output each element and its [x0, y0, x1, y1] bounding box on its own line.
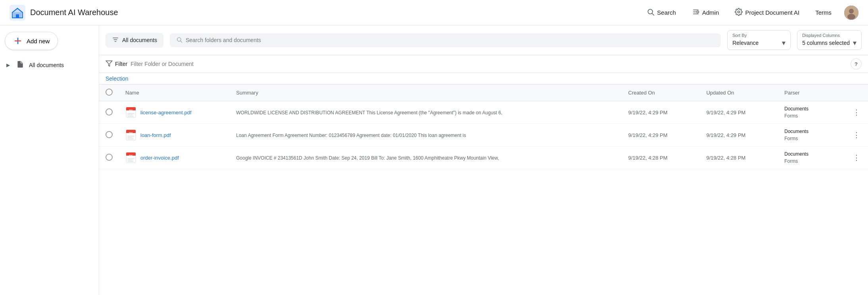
row-created-cell: 9/19/22, 4:28 PM — [622, 147, 700, 169]
row-name-cell: PDF order-invoice.pdf — [119, 147, 230, 169]
row-actions-cell: ⋮ — [845, 124, 868, 147]
col-header-checkbox — [99, 85, 119, 101]
col-header-summary: Summary — [230, 85, 622, 101]
displayed-columns-dropdown[interactable]: Displayed Columns 5 columns selected ▾ — [797, 30, 862, 50]
documents-table: Name Summary Created On Updated On Parse… — [99, 85, 868, 169]
columns-dropdown-arrow-icon: ▾ — [853, 39, 856, 47]
search-box[interactable] — [170, 33, 721, 47]
svg-rect-34 — [127, 139, 134, 139]
all-documents-label: All documents — [122, 37, 157, 43]
top-nav: Document AI Warehouse Search Admin — [0, 0, 868, 25]
header-circle-icon[interactable] — [106, 89, 113, 96]
filter-input[interactable] — [131, 61, 847, 67]
row-name-cell: PDF loan-form.pdf — [119, 124, 230, 147]
help-button[interactable]: ? — [851, 58, 862, 69]
doc-name-wrapper: PDF loan-form.pdf — [125, 129, 223, 141]
pdf-icon: PDF — [125, 152, 136, 163]
row-name-cell: PDF license-agreement.pdf — [119, 101, 230, 124]
svg-rect-33 — [127, 137, 133, 138]
svg-text:PDF: PDF — [129, 154, 133, 157]
filter-list-icon — [112, 36, 119, 44]
toolbar: All documents Sort By Relevance ▾ Displ — [99, 25, 868, 55]
row-checkbox-icon[interactable] — [106, 131, 113, 138]
row-updated-cell: 9/19/22, 4:29 PM — [700, 124, 778, 147]
svg-point-8 — [697, 11, 699, 13]
parser-line1: Documents — [784, 150, 839, 158]
table-row: PDF license-agreement.pdf WORLDWIDE LICE… — [99, 101, 868, 124]
col-header-actions — [845, 85, 868, 101]
row-parser-cell: Documents Forms — [778, 124, 845, 147]
parser-line1: Documents — [784, 128, 839, 135]
add-new-button[interactable]: Add new — [5, 32, 58, 50]
row-checkbox-cell — [99, 101, 119, 124]
parser-line2: Forms — [784, 158, 839, 165]
filter-label: Filter — [115, 61, 127, 67]
row-checkbox-cell — [99, 147, 119, 169]
row-parser-cell: Documents Forms — [778, 147, 845, 169]
row-checkbox-cell — [99, 124, 119, 147]
expand-arrow-icon: ▶ — [6, 62, 10, 68]
sort-dropdown-arrow-icon: ▾ — [782, 39, 785, 47]
doc-created-on: 9/19/22, 4:29 PM — [628, 132, 668, 138]
doc-created-on: 9/19/22, 4:29 PM — [628, 110, 668, 116]
main-layout: Add new ▶ All documents All do — [0, 25, 868, 295]
sidebar-item-all-documents[interactable]: ▶ All documents — [0, 56, 94, 73]
doc-created-on: 9/19/22, 4:28 PM — [628, 155, 668, 161]
search-input[interactable] — [186, 37, 714, 43]
doc-filename[interactable]: loan-form.pdf — [140, 132, 171, 138]
sort-by-value-row: Relevance ▾ — [732, 39, 785, 47]
svg-point-9 — [738, 11, 740, 13]
row-checkbox-icon[interactable] — [106, 108, 113, 116]
row-checkbox-icon[interactable] — [106, 154, 113, 161]
doc-name-wrapper: PDF order-invoice.pdf — [125, 152, 223, 163]
table-container: Name Summary Created On Updated On Parse… — [99, 85, 868, 295]
row-created-cell: 9/19/22, 4:29 PM — [622, 101, 700, 124]
doc-filename[interactable]: license-agreement.pdf — [140, 110, 192, 116]
project-nav-button[interactable]: Project Document AI — [732, 6, 803, 19]
doc-updated-on: 9/19/22, 4:29 PM — [706, 110, 745, 116]
columns-label: Displayed Columns — [802, 33, 856, 38]
parser-line2: Forms — [784, 112, 839, 120]
terms-nav-label: Terms — [815, 9, 832, 16]
row-more-button[interactable]: ⋮ — [851, 106, 862, 118]
gear-icon — [735, 8, 743, 17]
row-summary-cell: Google INVOICE # 23413561D John Smith Da… — [230, 147, 622, 169]
avatar[interactable] — [844, 6, 858, 20]
admin-nav-button[interactable]: Admin — [689, 6, 722, 19]
doc-updated-on: 9/19/22, 4:28 PM — [706, 155, 745, 161]
row-updated-cell: 9/19/22, 4:29 PM — [700, 101, 778, 124]
doc-summary: Loan Agreement Form Agreement Number: 01… — [236, 133, 466, 138]
filter-icon — [106, 60, 113, 68]
doc-summary: Google INVOICE # 23413561D John Smith Da… — [236, 155, 499, 161]
all-documents-filter-button[interactable]: All documents — [106, 33, 163, 48]
sidebar-item-label: All documents — [29, 62, 64, 68]
terms-nav-button[interactable]: Terms — [812, 8, 835, 17]
col-header-updated: Updated On — [700, 85, 778, 101]
parser-line2: Forms — [784, 135, 839, 142]
selection-label[interactable]: Selection — [106, 75, 129, 82]
svg-rect-27 — [127, 116, 134, 117]
sidebar: Add new ▶ All documents — [0, 25, 99, 295]
row-more-button[interactable]: ⋮ — [851, 152, 862, 164]
search-nav-button[interactable]: Search — [643, 6, 679, 19]
row-more-button[interactable]: ⋮ — [851, 129, 862, 141]
svg-rect-26 — [127, 115, 133, 116]
row-summary-cell: Loan Agreement Form Agreement Number: 01… — [230, 124, 622, 147]
svg-rect-25 — [127, 113, 134, 114]
svg-point-11 — [849, 9, 854, 13]
doc-parser: Documents Forms — [784, 150, 839, 165]
doc-updated-on: 9/19/22, 4:29 PM — [706, 132, 745, 138]
svg-point-12 — [847, 14, 855, 19]
svg-rect-39 — [127, 158, 134, 159]
row-updated-cell: 9/19/22, 4:28 PM — [700, 147, 778, 169]
project-nav-label: Project Document AI — [745, 9, 799, 16]
columns-value: 5 columns selected — [802, 40, 850, 46]
doc-filename[interactable]: order-invoice.pdf — [140, 155, 179, 161]
pdf-icon: PDF — [125, 129, 136, 141]
search-nav-icon — [647, 8, 655, 17]
doc-parser: Documents Forms — [784, 105, 839, 120]
filter-button[interactable]: Filter — [106, 60, 127, 68]
sort-by-dropdown[interactable]: Sort By Relevance ▾ — [727, 30, 791, 50]
svg-text:PDF: PDF — [129, 132, 133, 134]
search-box-icon — [176, 37, 182, 44]
